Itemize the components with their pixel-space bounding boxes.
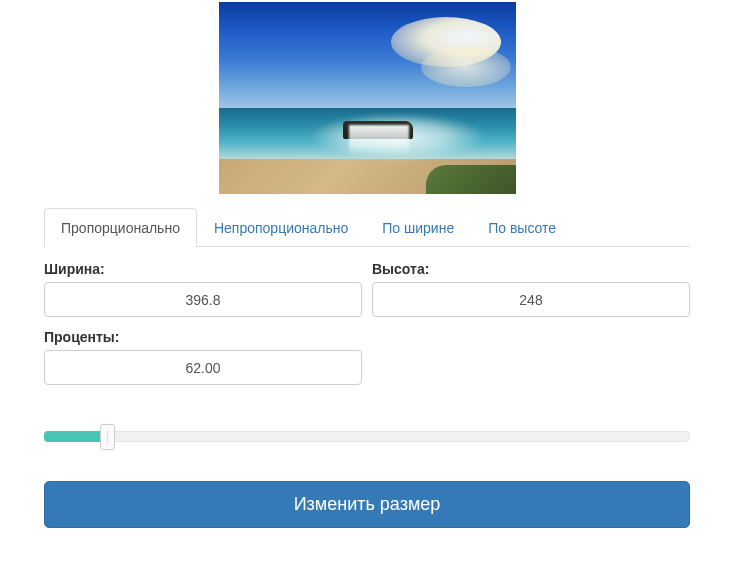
slider-handle[interactable] — [100, 424, 115, 450]
width-field: Ширина: — [44, 261, 362, 317]
percent-input[interactable] — [44, 350, 362, 385]
preview-area — [0, 0, 734, 208]
resize-button[interactable]: Изменить размер — [44, 481, 690, 528]
tab-by-height[interactable]: По высоте — [471, 208, 573, 247]
slider-track — [44, 431, 690, 442]
submit-area: Изменить размер — [44, 481, 690, 528]
tab-by-width[interactable]: По ширине — [365, 208, 471, 247]
form-area: Ширина: Высота: Проценты: — [0, 247, 734, 385]
height-field: Высота: — [372, 261, 690, 317]
tabs: Пропорционально Непропорционально По шир… — [44, 208, 690, 247]
tab-proportional[interactable]: Пропорционально — [44, 208, 197, 247]
percent-field: Проценты: — [44, 329, 362, 385]
height-label: Высота: — [372, 261, 690, 277]
percent-label: Проценты: — [44, 329, 362, 345]
percent-slider[interactable] — [44, 417, 690, 453]
height-input[interactable] — [372, 282, 690, 317]
tab-nonproportional[interactable]: Непропорционально — [197, 208, 365, 247]
width-label: Ширина: — [44, 261, 362, 277]
width-input[interactable] — [44, 282, 362, 317]
slider-fill — [44, 431, 106, 442]
preview-image — [219, 2, 516, 194]
resize-panel: Пропорционально Непропорционально По шир… — [0, 0, 734, 528]
